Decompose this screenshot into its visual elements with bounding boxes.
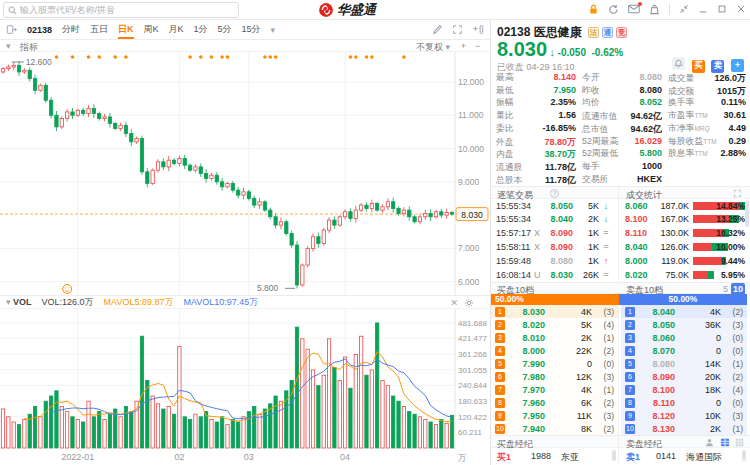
stat-row[interactable]: 8.100167.0K13.25% <box>621 213 747 226</box>
tab-1min[interactable]: 1分 <box>194 20 208 39</box>
minimize-icon[interactable] <box>698 4 708 14</box>
ask-row[interactable]: 68.09020K(2) <box>621 370 747 383</box>
tick-row[interactable]: 15:55:348.0505K↓ <box>491 199 618 212</box>
ask-row[interactable]: 58.08014K(1) <box>621 357 747 370</box>
svg-text:12.600: 12.600 <box>26 57 52 67</box>
close-icon[interactable] <box>736 4 746 14</box>
detail-cell: 股息率TTM2.88% <box>668 148 746 160</box>
alert-bell-button[interactable] <box>672 57 685 70</box>
tab-15min[interactable]: 15分 <box>242 20 261 39</box>
draw-pencil-icon[interactable] <box>432 24 443 35</box>
stat-row[interactable]: 8.110130.0K10.32% <box>621 227 747 240</box>
tick-row[interactable]: 16:08:14U8.03026K= <box>491 268 618 281</box>
svg-text:301.055: 301.055 <box>458 366 487 375</box>
depth-5-toggle[interactable]: 5 <box>723 284 728 294</box>
tab-weekly-k[interactable]: 周K <box>144 20 159 39</box>
add-panel-icon[interactable] <box>472 24 484 35</box>
level-badge: 1 <box>625 307 635 317</box>
vol-caret-icon[interactable]: ▾ <box>6 297 11 307</box>
huasheng-trading-window: 输入股票代码/名称/拼音 华盛通 02138 分时 五日 日K <box>0 0 750 465</box>
trade-direction-icon: = <box>599 242 613 252</box>
ask-row[interactable]: 38.0600(0) <box>621 331 747 344</box>
tab-minute[interactable]: 分时 <box>62 20 80 39</box>
close-volume-pane-icon[interactable]: ✕ <box>450 298 458 308</box>
bid-row[interactable]: 28.0205K(4) <box>491 318 618 331</box>
stat-row[interactable]: 8.060187.0K14.84% <box>621 199 747 212</box>
bid-row[interactable]: 87.9606K(2) <box>491 396 618 409</box>
trade-direction-icon: = <box>599 228 613 238</box>
time-axis-label: 03 <box>224 452 274 462</box>
broker-scrollbar-left[interactable] <box>612 450 616 461</box>
ask-row[interactable]: 18.0404K(2) <box>621 305 747 318</box>
stock-search-input[interactable]: 输入股票代码/名称/拼音 <box>3 2 239 18</box>
expand-section-icon[interactable] <box>733 189 742 198</box>
ask-row[interactable]: 28.05036K(3) <box>621 318 747 331</box>
tick-scrollbar[interactable] <box>745 201 749 227</box>
broker-table-view-icon[interactable] <box>720 438 730 447</box>
bid-row[interactable]: 57.9900(0) <box>491 357 618 370</box>
sell-button[interactable]: 卖 <box>711 60 724 73</box>
detail-cell: 昨收8.080 <box>582 85 662 97</box>
detail-cell: 换手率0.11% <box>668 97 746 109</box>
svg-text:481.688: 481.688 <box>458 319 487 328</box>
more-periods-caret-icon[interactable]: ▾ <box>271 25 276 35</box>
tab-5day[interactable]: 五日 <box>90 20 108 39</box>
bid-row[interactable]: 38.0102K(1) <box>491 331 618 344</box>
bid-row[interactable]: 77.9704K(1) <box>491 383 618 396</box>
ask-row[interactable]: 78.10018K(4) <box>621 383 747 396</box>
stat-row[interactable]: 8.040126.0K10.00% <box>621 240 747 253</box>
tab-daily-k[interactable]: 日K <box>118 20 134 39</box>
bid-row[interactable]: 48.00022K(2) <box>491 344 618 357</box>
tab-5min[interactable]: 5分 <box>218 20 232 39</box>
ask-row[interactable]: 48.0700(0) <box>621 344 747 357</box>
detail-cell: 52周最低5.800 <box>582 148 662 160</box>
tick-row[interactable]: 15:55:348.0402K↓ <box>491 213 618 226</box>
stat-row[interactable]: 8.02075.0K5.95% <box>621 268 747 281</box>
ask-row[interactable]: 108.1302K(1) <box>621 422 747 435</box>
stat-volume-bar: 10.32% <box>693 229 747 237</box>
detail-cell: 交易所HKEX <box>582 174 662 186</box>
detail-cell: 委比-16.85% <box>496 123 576 135</box>
tick-row[interactable]: 15:58:11X8.0901K= <box>491 240 618 253</box>
ask-row[interactable]: 98.12010K(3) <box>621 409 747 422</box>
fullscreen-icon[interactable] <box>452 24 463 35</box>
volume-settings-gear-icon[interactable] <box>464 298 474 308</box>
store-icon[interactable] <box>649 4 660 15</box>
collapse-window-icon[interactable] <box>679 4 689 14</box>
detail-cell: 今开8.080 <box>582 72 662 84</box>
vol-indicator-name[interactable]: VOL <box>13 297 32 307</box>
detail-cell: 内盘38.70万 <box>496 148 576 161</box>
maximize-icon[interactable] <box>717 4 727 14</box>
mail-icon[interactable] <box>628 4 640 14</box>
tick-help-icon[interactable]: ? <box>550 189 559 198</box>
broker-row[interactable]: 买1 1988 东亚 卖1 0141 海通国际 <box>491 448 747 463</box>
level-badge: 9 <box>495 411 505 421</box>
indicator-caret-icon[interactable]: ▾ <box>6 41 11 51</box>
bid-row[interactable]: 97.95011K(3) <box>491 409 618 422</box>
stat-volume-bar: 5.95% <box>693 271 747 279</box>
bid-row[interactable]: 107.9408K(2) <box>491 422 618 435</box>
zoom-out-button[interactable]: − <box>475 41 480 51</box>
stat-row[interactable]: 8.000119.0K9.44% <box>621 254 747 267</box>
broker-grid-view-icon[interactable] <box>735 438 744 447</box>
stat-volume-bar: 14.84% <box>693 202 747 210</box>
candlestick-chart[interactable]: 12.00011.00010.0009.0007.0006.0008.03012… <box>0 52 490 295</box>
broker-person-view-icon[interactable] <box>705 438 714 447</box>
refresh-icon[interactable] <box>608 4 619 15</box>
panel-toggle-icon[interactable] <box>6 24 17 35</box>
volume-chart[interactable]: 481.688421.477361.266301.055240.844180.6… <box>0 309 490 449</box>
buy-button[interactable]: 买 <box>692 60 705 73</box>
tab-monthly-k[interactable]: 月K <box>169 20 184 39</box>
bid-row[interactable]: 67.98012K(3) <box>491 370 618 383</box>
tick-row[interactable]: 15:59:488.0801K↑ <box>491 254 618 267</box>
tick-row[interactable]: 15:57:17X8.0901K= <box>491 227 618 240</box>
detail-cell: 市净率MRQ4.49 <box>668 123 746 135</box>
bid-row[interactable]: 18.0304K(3) <box>491 305 618 318</box>
add-watchlist-button[interactable]: + <box>731 59 744 72</box>
zoom-in-button[interactable]: + <box>461 41 466 51</box>
price-direction-arrow-icon: ↓ <box>550 46 556 58</box>
broker-scrollbar[interactable] <box>742 450 746 461</box>
ask-row[interactable]: 88.1100(0) <box>621 396 747 409</box>
lock-icon[interactable] <box>588 3 599 15</box>
tick-trades-list: 15:55:348.0505K↓15:55:348.0402K↓15:57:17… <box>491 199 618 282</box>
